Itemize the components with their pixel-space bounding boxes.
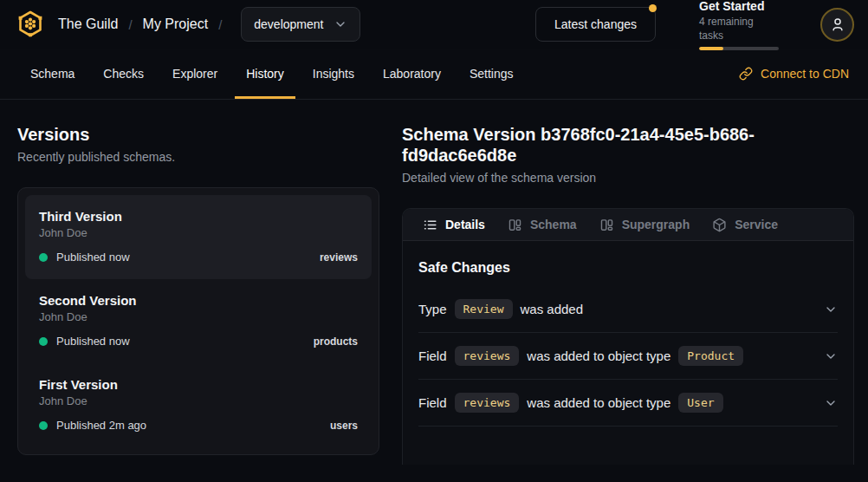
change-code-badge: reviews <box>455 393 520 413</box>
latest-changes-button[interactable]: Latest changes <box>535 7 656 42</box>
published-status-dot <box>39 421 48 430</box>
change-row[interactable]: Field reviews was added to object type U… <box>418 380 838 427</box>
change-row[interactable]: Type Review was added <box>418 286 838 333</box>
schema-version-detail-card: Details Schema Super <box>402 208 854 465</box>
service-tag: users <box>330 420 358 432</box>
panels-icon <box>599 218 614 232</box>
get-started-widget[interactable]: Get Started 4 remaining tasks <box>699 0 779 50</box>
user-avatar[interactable] <box>820 8 854 42</box>
breadcrumb-separator: / <box>128 17 132 32</box>
version-title: Second Version <box>39 293 358 308</box>
get-started-progress-fill <box>699 47 723 50</box>
service-tag: products <box>314 335 358 348</box>
tab-checks[interactable]: Checks <box>92 49 155 99</box>
chevron-down-icon[interactable] <box>824 303 838 316</box>
schema-version-title: Schema Version b3768fc0-21a4-45e5-b686-f… <box>402 124 854 166</box>
app-header: The Guild / My Project / development Lat… <box>0 0 868 49</box>
published-status-text: Published now <box>56 335 130 348</box>
connect-to-cdn-link[interactable]: Connect to CDN <box>739 49 849 99</box>
tab-insights[interactable]: Insights <box>301 49 366 99</box>
change-text: was added to object type <box>527 348 670 363</box>
target-selector-dropdown[interactable]: development <box>241 7 360 42</box>
published-status-dot <box>39 253 48 262</box>
change-text: was added <box>521 302 584 316</box>
breadcrumb-separator: / <box>218 17 222 32</box>
change-code-badge: User <box>678 393 722 413</box>
schema-version-subtitle: Detailed view of the schema version <box>402 171 854 185</box>
detail-tab-details[interactable]: Details <box>411 209 496 240</box>
guild-logo-icon[interactable] <box>14 9 46 41</box>
safe-changes-heading: Safe Changes <box>418 260 838 276</box>
list-icon <box>423 218 437 232</box>
version-author: John Doe <box>39 310 358 323</box>
tab-explorer[interactable]: Explorer <box>161 49 229 99</box>
chevron-down-icon[interactable] <box>824 396 838 410</box>
versions-subtitle: Recently published schemas. <box>17 150 379 164</box>
get-started-title: Get Started <box>699 0 779 14</box>
chevron-down-icon[interactable] <box>824 349 838 363</box>
panels-icon <box>508 218 522 232</box>
detail-tab-label: Schema <box>530 218 577 231</box>
target-selector-value: development <box>254 17 323 31</box>
detail-tab-schema[interactable]: Schema <box>496 209 588 240</box>
version-meta: Published 2m ago users <box>39 419 358 432</box>
change-text: was added to object type <box>527 395 670 410</box>
notification-dot <box>649 4 657 12</box>
detail-column: Schema Version b3768fc0-21a4-45e5-b686-f… <box>402 124 854 465</box>
version-title: First Version <box>39 377 358 392</box>
cube-icon <box>712 218 727 232</box>
project-nav: Schema Checks Explorer History Insights … <box>0 49 868 100</box>
tab-settings[interactable]: Settings <box>458 49 525 99</box>
main-content: Versions Recently published schemas. Thi… <box>0 100 868 482</box>
tab-laboratory[interactable]: Laboratory <box>372 49 452 99</box>
connect-to-cdn-label: Connect to CDN <box>761 67 849 81</box>
change-row[interactable]: Field reviews was added to object type P… <box>418 333 838 380</box>
version-title: Third Version <box>39 209 358 224</box>
versions-list: Third Version John Doe Published now rev… <box>17 187 379 455</box>
change-code-badge: Product <box>678 346 743 366</box>
version-list-item[interactable]: Third Version John Doe Published now rev… <box>25 195 372 279</box>
version-meta: Published now reviews <box>39 251 358 264</box>
version-author: John Doe <box>39 226 358 239</box>
detail-tab-label: Supergraph <box>622 218 690 231</box>
detail-tab-supergraph[interactable]: Supergraph <box>588 209 702 240</box>
service-tag: reviews <box>320 251 358 264</box>
version-list-item[interactable]: Second Version John Doe Published now pr… <box>25 279 372 363</box>
versions-title: Versions <box>17 124 379 145</box>
change-text: Field <box>418 348 447 363</box>
person-icon <box>830 16 845 32</box>
change-text: Field <box>418 395 447 410</box>
published-status-text: Published now <box>56 251 130 264</box>
version-meta: Published now products <box>39 335 358 348</box>
change-text: Type <box>418 302 447 316</box>
tab-history[interactable]: History <box>235 49 295 99</box>
published-status-text: Published 2m ago <box>56 419 146 432</box>
link-icon <box>739 67 753 81</box>
breadcrumb-org[interactable]: The Guild <box>58 16 118 32</box>
change-code-badge: reviews <box>455 346 520 366</box>
detail-tab-service[interactable]: Service <box>701 209 789 240</box>
version-list-item[interactable]: First Version John Doe Published 2m ago … <box>25 363 372 447</box>
detail-body: Safe Changes Type Review was added Field… <box>403 241 853 427</box>
versions-column: Versions Recently published schemas. Thi… <box>17 124 379 465</box>
breadcrumb-project[interactable]: My Project <box>143 16 209 32</box>
get-started-subtitle: 4 remaining tasks <box>699 15 779 42</box>
published-status-dot <box>39 337 48 346</box>
detail-tab-label: Details <box>445 218 485 231</box>
version-author: John Doe <box>39 394 358 407</box>
change-code-badge: Review <box>455 299 513 319</box>
detail-tab-label: Service <box>735 218 778 231</box>
tab-schema[interactable]: Schema <box>19 49 86 99</box>
chevron-down-icon <box>334 17 347 31</box>
latest-changes-label: Latest changes <box>554 17 637 31</box>
detail-tabbar: Details Schema Super <box>403 209 853 241</box>
